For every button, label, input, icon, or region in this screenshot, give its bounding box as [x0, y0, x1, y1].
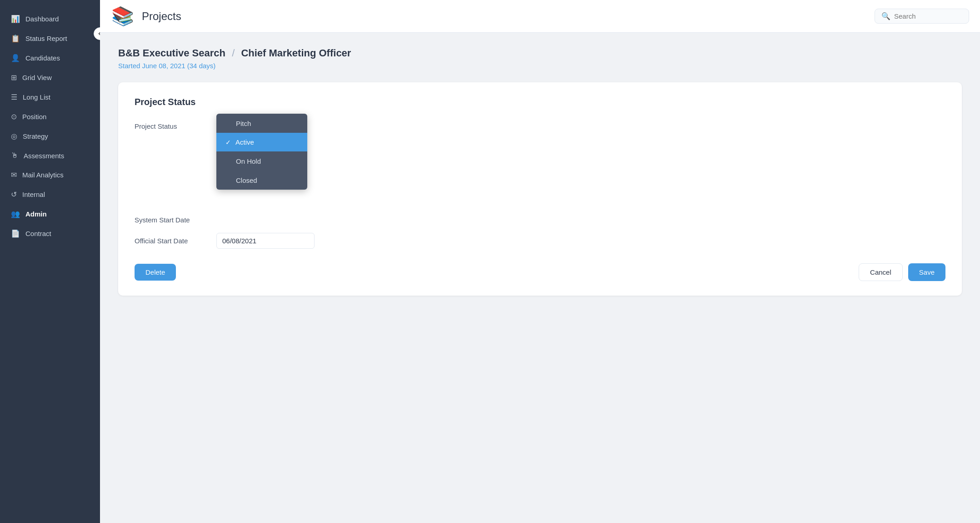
project-breadcrumb: B&B Executive Search / Chief Marketing O… [118, 47, 962, 59]
main-area: 📚 Projects 🔍 📚 B&B Executive Search / Ch… [100, 0, 980, 523]
dropdown-option-closed[interactable]: ✓ Closed [216, 171, 307, 190]
sidebar-label-candidates: Candidates [25, 54, 60, 62]
system-start-date-label: System Start Date [135, 216, 216, 224]
long-list-icon: ☰ [11, 93, 17, 101]
sidebar-label-dashboard: Dashboard [25, 15, 59, 23]
strategy-icon: ◎ [11, 132, 17, 141]
status-report-icon: 📋 [11, 34, 20, 43]
sidebar-item-status-report[interactable]: 📋 Status Report [0, 29, 100, 48]
sidebar-item-long-list[interactable]: ☰ Long List [0, 87, 100, 107]
save-button[interactable]: Save [908, 263, 945, 281]
sidebar-label-internal: Internal [22, 191, 45, 198]
page-title: Projects [142, 10, 181, 23]
sidebar-label-strategy: Strategy [23, 132, 48, 140]
pitch-label: Pitch [236, 120, 251, 127]
cancel-button[interactable]: Cancel [859, 263, 903, 281]
delete-button[interactable]: Delete [135, 264, 176, 281]
dashboard-icon: 📊 [11, 15, 20, 23]
card-actions: Delete Cancel Save [135, 263, 945, 281]
sidebar-label-status-report: Status Report [25, 35, 67, 42]
sidebar-item-internal[interactable]: ↺ Internal [0, 185, 100, 204]
sidebar-label-grid-view: Grid View [22, 74, 52, 81]
active-check: ✓ [225, 139, 231, 146]
closed-label: Closed [236, 176, 257, 184]
dropdown-option-pitch[interactable]: ✓ Pitch [216, 114, 307, 133]
official-start-date-row: Official Start Date [135, 233, 945, 249]
sidebar-label-long-list: Long List [23, 93, 50, 101]
sidebar-item-grid-view[interactable]: ⊞ Grid View [0, 68, 100, 87]
dropdown-option-on-hold[interactable]: ✓ On Hold [216, 151, 307, 171]
active-label: Active [235, 138, 254, 146]
assessments-icon: 🖱 [11, 151, 18, 160]
app-logo: 📚 [111, 5, 135, 28]
project-role: Chief Marketing Officer [241, 47, 351, 59]
candidates-icon: 👤 [11, 54, 20, 62]
sidebar-item-candidates[interactable]: 👤 Candidates [0, 48, 100, 68]
system-start-date-row: System Start Date [135, 216, 945, 224]
dropdown-option-active[interactable]: ✓ Active [216, 133, 307, 151]
status-dropdown-wrapper: Active ✓ Pitch ✓ Active ✓ [216, 118, 289, 134]
search-input[interactable] [894, 12, 962, 20]
sidebar-item-admin[interactable]: 👥 Admin [0, 204, 100, 224]
sidebar-item-dashboard[interactable]: 📊 Dashboard [0, 9, 100, 29]
right-actions: Cancel Save [859, 263, 945, 281]
sidebar-label-contract: Contract [25, 230, 51, 237]
sidebar-item-contract[interactable]: 📄 Contract [0, 224, 100, 243]
project-status-label: Project Status [135, 122, 216, 130]
official-start-date-input-wrapper[interactable] [216, 233, 315, 249]
status-card-title: Project Status [135, 97, 945, 107]
sidebar-item-strategy[interactable]: ◎ Strategy [0, 126, 100, 146]
position-icon: ⊙ [11, 112, 17, 121]
admin-icon: 👥 [11, 210, 20, 218]
project-date: Started June 08, 2021 (34 days) [118, 62, 962, 70]
search-icon: 🔍 [881, 12, 890, 20]
sidebar-label-position: Position [22, 113, 46, 121]
mail-analytics-icon: ✉ [11, 171, 17, 179]
sidebar-label-assessments: Assessments [24, 152, 64, 160]
status-dropdown-menu: ✓ Pitch ✓ Active ✓ On Hold ✓ [216, 114, 307, 190]
sidebar: 📊 Dashboard 📋 Status Report 👤 Candidates… [0, 0, 100, 523]
contract-icon: 📄 [11, 229, 20, 238]
sidebar-label-admin: Admin [25, 210, 47, 218]
books-icon: 📚 [111, 5, 134, 27]
project-status-row: Project Status Active ✓ Pitch ✓ Active [135, 118, 945, 134]
content-area: 📚 B&B Executive Search / Chief Marketing… [100, 33, 980, 523]
status-card: Project Status Project Status Active ✓ P… [118, 82, 962, 296]
on-hold-label: On Hold [236, 157, 261, 165]
official-start-date-label: Official Start Date [135, 237, 216, 245]
project-company: B&B Executive Search [118, 47, 225, 59]
internal-icon: ↺ [11, 190, 17, 199]
sidebar-label-mail-analytics: Mail Analytics [22, 171, 64, 179]
header: 📚 Projects 🔍 [100, 0, 980, 33]
sidebar-item-assessments[interactable]: 🖱 Assessments [0, 146, 100, 165]
sidebar-item-position[interactable]: ⊙ Position [0, 107, 100, 126]
search-box[interactable]: 🔍 [875, 9, 969, 24]
sidebar-nav: 📊 Dashboard 📋 Status Report 👤 Candidates… [0, 9, 100, 243]
grid-view-icon: ⊞ [11, 73, 17, 82]
official-start-date-input[interactable] [222, 237, 309, 245]
sidebar-item-mail-analytics[interactable]: ✉ Mail Analytics [0, 165, 100, 185]
